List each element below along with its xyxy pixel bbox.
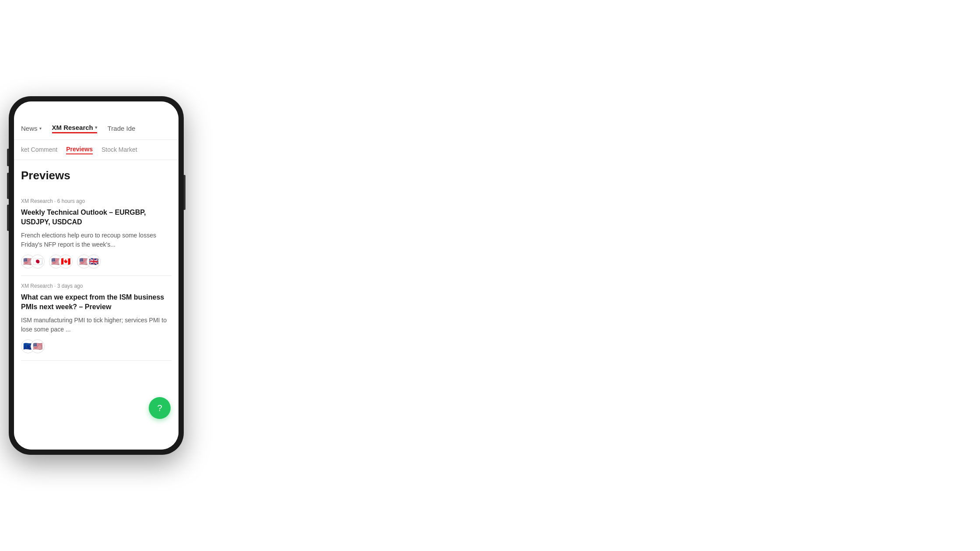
article-item[interactable]: XM Research · 6 hours ago Weekly Technic… [21,191,172,276]
subnav-stock-market[interactable]: Stock Market [102,146,137,154]
nav-item-xm-research[interactable]: XM Research ▾ [52,124,97,133]
flag-group: 🇺🇸 🇯🇵 🇺🇸 🇨🇦 🇺🇸 🇬🇧 [21,255,172,269]
flag-pair-usdcad: 🇺🇸 🇨🇦 [49,255,73,269]
nav-item-news[interactable]: News ▾ [21,125,42,132]
article-title: What can we expect from the ISM business… [21,293,172,312]
news-dropdown-arrow: ▾ [39,126,42,131]
article-meta: XM Research · 3 days ago [21,283,172,289]
flag-ca: 🇨🇦 [59,255,73,269]
chat-float-button[interactable]: ? [149,397,171,419]
volume-up-btn[interactable] [7,173,9,199]
flag-pair-usdjpy: 🇺🇸 🇯🇵 [21,255,45,269]
flag-group: 🇪🇺 🇺🇸 [21,339,172,353]
article-title: Weekly Technical Outlook – EURGBP, USDJP… [21,208,172,227]
volume-down-btn[interactable] [7,205,9,231]
flag-pair-euus: 🇪🇺 🇺🇸 [21,339,45,353]
nav-item-trade-ideas[interactable]: Trade Ide [108,125,136,132]
page-title: Previews [21,169,172,182]
flag-us4: 🇺🇸 [31,339,45,353]
xm-research-dropdown-arrow: ▾ [95,125,97,130]
status-bar [14,101,178,117]
article-item[interactable]: XM Research · 3 days ago What can we exp… [21,276,172,361]
article-excerpt: French elections help euro to recoup som… [21,231,172,249]
flag-gb: 🇬🇧 [87,255,101,269]
subnav-previews[interactable]: Previews [66,146,93,154]
article-meta: XM Research · 6 hours ago [21,198,172,204]
phone-frame: News ▾ XM Research ▾ Trade Ide ket Comme… [9,96,184,455]
question-mark-icon: ? [157,403,162,413]
volume-mute-btn[interactable] [7,149,9,166]
sub-navigation: ket Comment Previews Stock Market [14,140,178,160]
phone-screen: News ▾ XM Research ▾ Trade Ide ket Comme… [14,101,178,450]
flag-pair-usdgbp: 🇺🇸 🇬🇧 [77,255,101,269]
subnav-market-comment[interactable]: ket Comment [21,146,57,154]
power-btn[interactable] [184,175,186,210]
flag-jp: 🇯🇵 [31,255,45,269]
top-navigation: News ▾ XM Research ▾ Trade Ide [14,117,178,140]
article-excerpt: ISM manufacturing PMI to tick higher; se… [21,316,172,334]
